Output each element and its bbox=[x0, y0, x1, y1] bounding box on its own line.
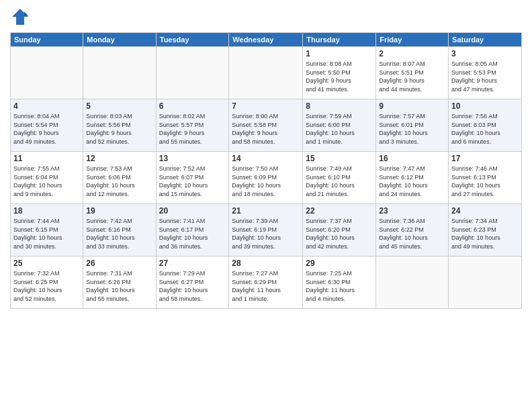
day-number: 15 bbox=[306, 154, 373, 163]
calendar-day-cell: 28Sunrise: 7:27 AM Sunset: 6:29 PM Dayli… bbox=[229, 257, 303, 309]
logo bbox=[10, 7, 33, 27]
day-number: 20 bbox=[159, 206, 226, 216]
calendar-day-cell: 26Sunrise: 7:31 AM Sunset: 6:26 PM Dayli… bbox=[83, 257, 156, 309]
day-number: 11 bbox=[13, 154, 80, 163]
calendar-day-cell: 16Sunrise: 7:47 AM Sunset: 6:12 PM Dayli… bbox=[376, 152, 449, 204]
day-number: 8 bbox=[306, 101, 373, 111]
calendar-table: SundayMondayTuesdayWednesdayThursdayFrid… bbox=[10, 32, 522, 309]
day-info: Sunrise: 8:07 AM Sunset: 5:51 PM Dayligh… bbox=[379, 60, 445, 93]
day-number: 18 bbox=[13, 206, 80, 216]
day-number: 10 bbox=[451, 101, 519, 111]
day-number: 29 bbox=[306, 259, 373, 268]
calendar-day-cell: 24Sunrise: 7:34 AM Sunset: 6:23 PM Dayli… bbox=[449, 204, 522, 257]
day-number: 1 bbox=[306, 49, 373, 58]
day-number: 26 bbox=[86, 259, 152, 268]
weekday-header: Monday bbox=[83, 33, 156, 47]
day-info: Sunrise: 7:42 AM Sunset: 6:16 PM Dayligh… bbox=[86, 217, 152, 250]
day-number: 23 bbox=[379, 206, 445, 216]
calendar-day-cell: 11Sunrise: 7:55 AM Sunset: 6:04 PM Dayli… bbox=[11, 152, 83, 204]
day-number: 14 bbox=[232, 154, 300, 163]
page: SundayMondayTuesdayWednesdayThursdayFrid… bbox=[0, 0, 532, 411]
weekday-header: Sunday bbox=[11, 33, 83, 47]
day-info: Sunrise: 8:00 AM Sunset: 5:58 PM Dayligh… bbox=[232, 112, 300, 146]
day-info: Sunrise: 7:44 AM Sunset: 6:15 PM Dayligh… bbox=[13, 217, 80, 250]
day-number: 4 bbox=[13, 101, 80, 111]
day-number: 7 bbox=[232, 101, 300, 111]
calendar-day-cell: 19Sunrise: 7:42 AM Sunset: 6:16 PM Dayli… bbox=[83, 204, 156, 257]
day-info: Sunrise: 7:41 AM Sunset: 6:17 PM Dayligh… bbox=[159, 217, 226, 250]
calendar-week-row: 4Sunrise: 8:04 AM Sunset: 5:54 PM Daylig… bbox=[11, 99, 522, 152]
day-info: Sunrise: 7:56 AM Sunset: 6:03 PM Dayligh… bbox=[451, 112, 519, 146]
calendar-day-cell: 2Sunrise: 8:07 AM Sunset: 5:51 PM Daylig… bbox=[376, 47, 449, 99]
day-info: Sunrise: 7:37 AM Sunset: 6:20 PM Dayligh… bbox=[306, 217, 373, 250]
day-number: 28 bbox=[232, 259, 300, 268]
calendar-day-cell bbox=[449, 257, 522, 309]
svg-marker-0 bbox=[12, 9, 28, 25]
calendar-day-cell: 18Sunrise: 7:44 AM Sunset: 6:15 PM Dayli… bbox=[11, 204, 83, 257]
day-number: 21 bbox=[232, 206, 300, 216]
calendar-day-cell: 14Sunrise: 7:50 AM Sunset: 6:09 PM Dayli… bbox=[229, 152, 303, 204]
day-number: 3 bbox=[451, 49, 519, 58]
day-info: Sunrise: 7:53 AM Sunset: 6:06 PM Dayligh… bbox=[86, 165, 152, 198]
weekday-header: Friday bbox=[376, 33, 449, 47]
calendar-day-cell bbox=[229, 47, 303, 99]
calendar-day-cell: 10Sunrise: 7:56 AM Sunset: 6:03 PM Dayli… bbox=[449, 99, 522, 152]
calendar-day-cell: 5Sunrise: 8:03 AM Sunset: 5:56 PM Daylig… bbox=[83, 99, 156, 152]
calendar-day-cell: 6Sunrise: 8:02 AM Sunset: 5:57 PM Daylig… bbox=[156, 99, 229, 152]
calendar-week-row: 11Sunrise: 7:55 AM Sunset: 6:04 PM Dayli… bbox=[11, 152, 522, 204]
day-number: 19 bbox=[86, 206, 152, 216]
day-info: Sunrise: 7:55 AM Sunset: 6:04 PM Dayligh… bbox=[13, 165, 80, 198]
calendar-week-row: 1Sunrise: 8:08 AM Sunset: 5:50 PM Daylig… bbox=[11, 47, 522, 99]
day-info: Sunrise: 7:57 AM Sunset: 6:01 PM Dayligh… bbox=[379, 112, 445, 146]
day-number: 6 bbox=[159, 101, 226, 111]
day-number: 13 bbox=[159, 154, 226, 163]
logo-icon bbox=[10, 7, 30, 27]
day-number: 12 bbox=[86, 154, 152, 163]
day-number: 24 bbox=[451, 206, 519, 216]
day-info: Sunrise: 7:52 AM Sunset: 6:07 PM Dayligh… bbox=[159, 165, 226, 198]
day-number: 9 bbox=[379, 101, 445, 111]
day-info: Sunrise: 7:46 AM Sunset: 6:13 PM Dayligh… bbox=[451, 165, 519, 198]
day-info: Sunrise: 7:29 AM Sunset: 6:27 PM Dayligh… bbox=[159, 269, 226, 303]
weekday-header: Thursday bbox=[303, 33, 376, 47]
day-info: Sunrise: 7:59 AM Sunset: 6:00 PM Dayligh… bbox=[306, 112, 373, 146]
weekday-header: Saturday bbox=[449, 33, 522, 47]
day-info: Sunrise: 7:27 AM Sunset: 6:29 PM Dayligh… bbox=[232, 269, 300, 303]
calendar-day-cell bbox=[376, 257, 449, 309]
day-info: Sunrise: 7:50 AM Sunset: 6:09 PM Dayligh… bbox=[232, 165, 300, 198]
day-info: Sunrise: 7:31 AM Sunset: 6:26 PM Dayligh… bbox=[86, 269, 152, 303]
day-info: Sunrise: 8:02 AM Sunset: 5:57 PM Dayligh… bbox=[159, 112, 226, 146]
day-info: Sunrise: 8:08 AM Sunset: 5:50 PM Dayligh… bbox=[306, 60, 373, 93]
calendar-week-row: 18Sunrise: 7:44 AM Sunset: 6:15 PM Dayli… bbox=[11, 204, 522, 257]
calendar-day-cell: 8Sunrise: 7:59 AM Sunset: 6:00 PM Daylig… bbox=[303, 99, 376, 152]
weekday-header: Tuesday bbox=[156, 33, 229, 47]
calendar-day-cell: 1Sunrise: 8:08 AM Sunset: 5:50 PM Daylig… bbox=[303, 47, 376, 99]
calendar-day-cell: 17Sunrise: 7:46 AM Sunset: 6:13 PM Dayli… bbox=[449, 152, 522, 204]
calendar-day-cell bbox=[156, 47, 229, 99]
calendar-day-cell: 13Sunrise: 7:52 AM Sunset: 6:07 PM Dayli… bbox=[156, 152, 229, 204]
calendar-day-cell: 21Sunrise: 7:39 AM Sunset: 6:19 PM Dayli… bbox=[229, 204, 303, 257]
day-info: Sunrise: 7:32 AM Sunset: 6:25 PM Dayligh… bbox=[13, 269, 80, 303]
calendar-day-cell: 12Sunrise: 7:53 AM Sunset: 6:06 PM Dayli… bbox=[83, 152, 156, 204]
calendar-day-cell bbox=[83, 47, 156, 99]
calendar-day-cell: 7Sunrise: 8:00 AM Sunset: 5:58 PM Daylig… bbox=[229, 99, 303, 152]
day-number: 2 bbox=[379, 49, 445, 58]
weekday-header: Wednesday bbox=[229, 33, 303, 47]
calendar-day-cell: 23Sunrise: 7:36 AM Sunset: 6:22 PM Dayli… bbox=[376, 204, 449, 257]
calendar-day-cell: 20Sunrise: 7:41 AM Sunset: 6:17 PM Dayli… bbox=[156, 204, 229, 257]
calendar-day-cell: 3Sunrise: 8:05 AM Sunset: 5:53 PM Daylig… bbox=[449, 47, 522, 99]
day-info: Sunrise: 7:25 AM Sunset: 6:30 PM Dayligh… bbox=[306, 269, 373, 303]
day-number: 16 bbox=[379, 154, 445, 163]
day-info: Sunrise: 8:05 AM Sunset: 5:53 PM Dayligh… bbox=[451, 60, 519, 93]
day-number: 27 bbox=[159, 259, 226, 268]
day-info: Sunrise: 7:47 AM Sunset: 6:12 PM Dayligh… bbox=[379, 165, 445, 198]
calendar-week-row: 25Sunrise: 7:32 AM Sunset: 6:25 PM Dayli… bbox=[11, 257, 522, 309]
day-info: Sunrise: 7:34 AM Sunset: 6:23 PM Dayligh… bbox=[451, 217, 519, 250]
day-info: Sunrise: 8:04 AM Sunset: 5:54 PM Dayligh… bbox=[13, 112, 80, 146]
calendar-day-cell: 9Sunrise: 7:57 AM Sunset: 6:01 PM Daylig… bbox=[376, 99, 449, 152]
calendar-day-cell: 15Sunrise: 7:49 AM Sunset: 6:10 PM Dayli… bbox=[303, 152, 376, 204]
day-number: 25 bbox=[13, 259, 80, 268]
svg-marker-1 bbox=[24, 12, 28, 16]
calendar-day-cell: 25Sunrise: 7:32 AM Sunset: 6:25 PM Dayli… bbox=[11, 257, 83, 309]
calendar-day-cell: 29Sunrise: 7:25 AM Sunset: 6:30 PM Dayli… bbox=[303, 257, 376, 309]
